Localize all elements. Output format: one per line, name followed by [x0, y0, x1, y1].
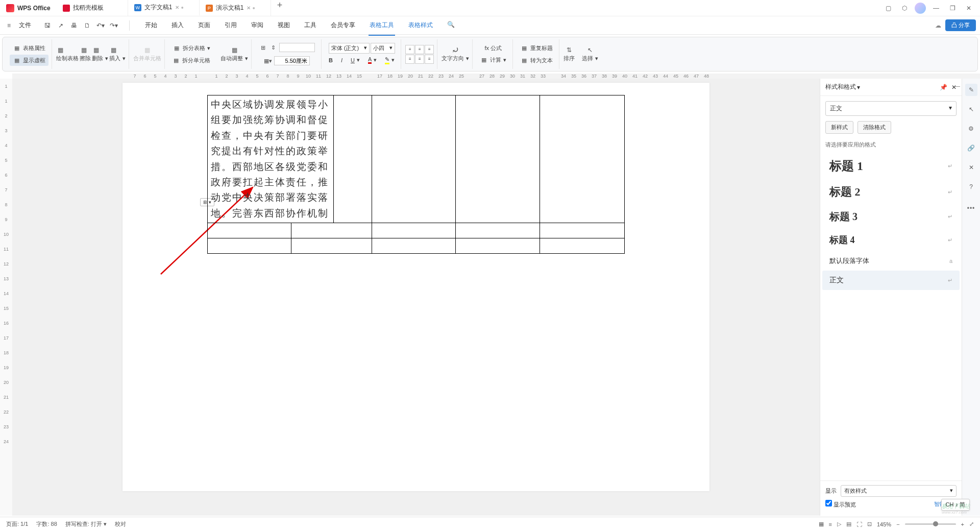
- convert-to-text-button[interactable]: ▦转为文本: [517, 55, 556, 66]
- table-cell[interactable]: [456, 223, 540, 238]
- table-cell[interactable]: [291, 238, 372, 254]
- table-cell[interactable]: [540, 238, 625, 254]
- search-icon[interactable]: 🔍: [441, 18, 461, 33]
- table-cell[interactable]: [372, 95, 456, 223]
- border-icon[interactable]: ▦▾: [264, 57, 272, 65]
- close-button[interactable]: ✕: [961, 0, 977, 16]
- zoom-thumb[interactable]: [933, 521, 938, 526]
- align-tl[interactable]: ≡: [405, 45, 414, 54]
- style-item-h3[interactable]: 标题 3↵: [822, 205, 960, 229]
- multi-window-icon[interactable]: ▢: [880, 0, 896, 16]
- table-row[interactable]: 中央区域协调发展领导小组要加强统筹协调和督促检查，中央有关部门要研究提出有针对性…: [208, 95, 625, 223]
- more-icon[interactable]: •••: [965, 202, 977, 214]
- align-tr[interactable]: ≡: [425, 45, 434, 54]
- delete-icon[interactable]: ▦: [92, 46, 100, 54]
- show-preview-checkbox[interactable]: 显示预览: [825, 500, 856, 509]
- fit-page-icon[interactable]: ⊡: [867, 521, 872, 527]
- formula-button[interactable]: fx 公式: [482, 43, 505, 54]
- file-menu[interactable]: 文件: [15, 19, 35, 32]
- save-icon[interactable]: 🖫: [41, 19, 54, 32]
- zoom-out-icon[interactable]: −: [896, 521, 899, 527]
- cursor-icon[interactable]: ↖: [586, 46, 594, 54]
- document-area[interactable]: ⊞ ▾ 中央区域协调发展领导小组要加强统筹协调和督促检查，中央有关部门要研究提出…: [12, 79, 820, 516]
- cube-icon[interactable]: ⬡: [896, 0, 913, 16]
- view-outline-icon[interactable]: ≡: [829, 521, 832, 527]
- view-print-icon[interactable]: ▦: [819, 521, 824, 527]
- menu-insert[interactable]: 插入: [165, 18, 190, 33]
- link-icon[interactable]: 🔗: [965, 142, 977, 154]
- redo-icon[interactable]: ↷▾: [108, 19, 120, 32]
- table-cell[interactable]: [540, 95, 625, 223]
- sort-icon[interactable]: ⇅: [565, 46, 573, 54]
- menu-tools[interactable]: 工具: [298, 18, 323, 33]
- calculate-button[interactable]: ▦计算▾: [477, 55, 509, 66]
- clear-format-button[interactable]: 清除格式: [857, 121, 891, 134]
- row-height-input[interactable]: [279, 43, 315, 52]
- menu-view[interactable]: 视图: [272, 18, 296, 33]
- edit-icon[interactable]: ✎: [965, 84, 977, 96]
- spellcheck-status[interactable]: 拼写检查: 打开 ▾: [65, 520, 107, 528]
- undo-icon[interactable]: ↶▾: [94, 19, 107, 32]
- new-style-button[interactable]: 新样式: [825, 121, 853, 134]
- menu-member[interactable]: 会员专享: [325, 18, 361, 33]
- table-cell[interactable]: 中央区域协调发展领导小组要加强统筹协调和督促检查，中央有关部门要研究提出有针对性…: [208, 95, 334, 223]
- draw-table-icon[interactable]: ▦: [56, 46, 64, 54]
- style-item-h4[interactable]: 标题 4↵: [822, 229, 960, 251]
- text-direction-icon[interactable]: ⤾: [451, 46, 459, 54]
- menu-page[interactable]: 页面: [192, 18, 216, 33]
- print-preview-icon[interactable]: 🗋: [81, 19, 93, 32]
- show-filter-select[interactable]: 有效样式▾: [841, 485, 957, 497]
- underline-button[interactable]: U▾: [348, 55, 363, 66]
- tab-presentation-1[interactable]: P 演示文稿1 • ✕: [200, 0, 271, 16]
- erase-button[interactable]: 擦除: [80, 55, 91, 62]
- current-style-select[interactable]: 正文 ▾: [825, 101, 957, 116]
- view-web-icon[interactable]: ▤: [846, 521, 851, 527]
- style-item-h1[interactable]: 标题 1↵: [822, 153, 960, 179]
- ime-indicator[interactable]: CH ♪ 简: [941, 499, 970, 511]
- tab-document-1[interactable]: W 文字文稿1 • ✕: [128, 0, 200, 16]
- align-bl[interactable]: ≡: [405, 55, 414, 64]
- repeat-header-button[interactable]: ▦重复标题: [517, 42, 556, 54]
- split-table-button[interactable]: ▦拆分表格▾: [169, 42, 213, 54]
- document-table[interactable]: 中央区域协调发展领导小组要加强统筹协调和督促检查，中央有关部门要研究提出有针对性…: [207, 95, 625, 254]
- page-indicator[interactable]: 页面: 1/1: [6, 520, 28, 528]
- table-properties-button[interactable]: ▦表格属性: [10, 42, 48, 54]
- tab-templates[interactable]: 找稻壳模板: [57, 0, 128, 16]
- share-button[interactable]: 凸 分享: [945, 19, 976, 31]
- view-focus-icon[interactable]: ⛶: [856, 521, 862, 527]
- table-cell[interactable]: [372, 223, 456, 238]
- align-br[interactable]: ≡: [425, 55, 434, 64]
- insert-button[interactable]: 插入▾: [109, 55, 126, 62]
- zoom-in-icon[interactable]: +: [961, 521, 964, 527]
- show-gridlines-button[interactable]: ▦显示虚框: [10, 55, 48, 66]
- cloud-icon[interactable]: ☁: [935, 22, 941, 29]
- word-count[interactable]: 字数: 88: [36, 520, 57, 528]
- highlight-button[interactable]: ✎▾: [382, 55, 398, 66]
- zoom-slider[interactable]: [905, 523, 956, 525]
- font-size-select[interactable]: 小四▾: [371, 43, 395, 54]
- zoom-level[interactable]: 145%: [877, 521, 891, 527]
- vertical-ruler[interactable]: 1123456789101112131415161718192021222324: [0, 79, 12, 516]
- menu-table-tools[interactable]: 表格工具: [363, 18, 400, 33]
- split-cells-button[interactable]: ▦拆分单元格: [169, 55, 213, 66]
- menu-review[interactable]: 审阅: [245, 18, 270, 33]
- select-tool-icon[interactable]: ↖: [965, 103, 977, 115]
- eraser-icon[interactable]: ▦: [80, 46, 88, 54]
- align-bc[interactable]: ≡: [415, 55, 424, 64]
- maximize-button[interactable]: ❐: [944, 0, 961, 16]
- font-color-button[interactable]: A▾: [365, 55, 380, 66]
- expand-icon[interactable]: ⤢: [969, 521, 974, 527]
- style-item-body[interactable]: 正文↵: [822, 271, 960, 290]
- menu-reference[interactable]: 引用: [218, 18, 243, 33]
- italic-button[interactable]: I: [338, 55, 346, 66]
- settings-icon[interactable]: ⚙: [965, 123, 977, 135]
- table-cell[interactable]: [456, 238, 540, 254]
- preview-checkbox-input[interactable]: [825, 500, 832, 506]
- tools-icon[interactable]: ✕: [965, 161, 977, 174]
- autofit-button[interactable]: 自动调整▾: [220, 55, 248, 62]
- hamburger-icon[interactable]: ≡: [4, 20, 14, 31]
- print-icon[interactable]: 🖶: [68, 19, 80, 32]
- pin-icon[interactable]: 📌: [940, 84, 947, 91]
- style-item-default-font[interactable]: 默认段落字体a: [822, 251, 960, 271]
- minimize-button[interactable]: —: [928, 0, 944, 16]
